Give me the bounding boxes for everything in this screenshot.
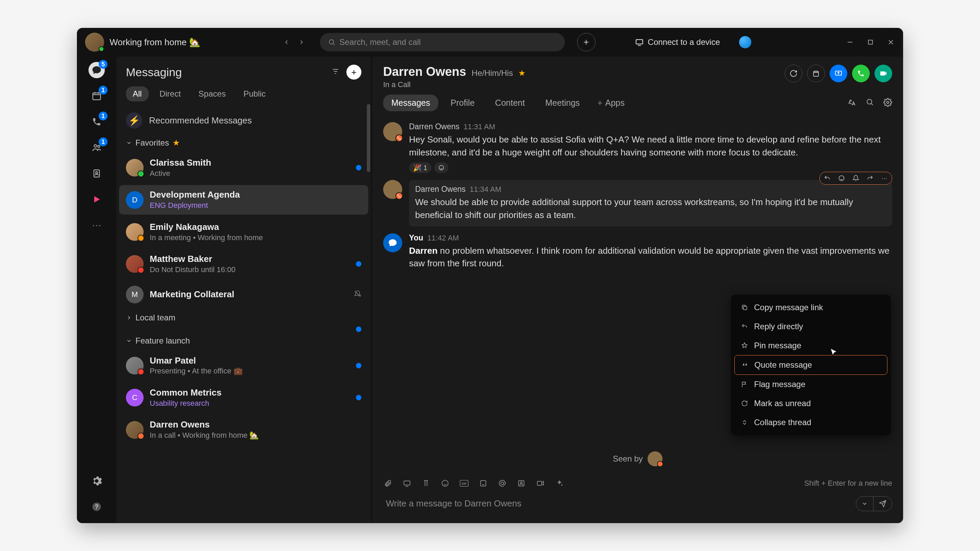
svg-point-13 [887,101,889,103]
rail-chat[interactable]: 5 [89,62,105,78]
chat-tab-messages[interactable]: Messages [383,95,438,111]
conv-matthew[interactable]: Matthew BakerDo Not Disturb until 16:00 [119,249,368,279]
chat-tab-profile[interactable]: Profile [442,95,483,111]
nav-forward-button[interactable] [295,36,308,48]
chat-tab-meetings[interactable]: Meetings [537,95,588,111]
filter-button[interactable] [331,67,340,77]
reaction-button[interactable]: 🎉 1 [409,162,431,173]
rail-help[interactable]: ? [89,499,105,515]
translate-button[interactable] [847,98,856,108]
sticker-button[interactable] [479,478,488,488]
pin-icon [740,341,749,349]
close-button[interactable] [887,38,895,46]
recommended-row[interactable]: ⚡ Recommended Messages [116,107,371,134]
message-avatar-self[interactable] [383,233,402,252]
scrollbar[interactable] [367,104,370,172]
mention-button[interactable] [498,478,507,488]
star-icon[interactable]: ★ [518,68,526,78]
minimize-button[interactable] [846,38,854,46]
conv-darren[interactable]: Darren OwensIn a call • Working from hom… [119,415,368,444]
format-button[interactable] [421,478,431,488]
message-avatar[interactable] [383,180,402,199]
self-avatar[interactable] [85,33,104,52]
svg-rect-16 [743,306,747,310]
add-reaction-button[interactable] [434,162,449,173]
tab-public[interactable]: Public [237,86,272,102]
connect-device-button[interactable]: Connect to a device [635,37,720,47]
composer-input[interactable]: Write a message to Darren Owens [383,492,850,515]
send-button[interactable] [873,497,892,511]
conv-clarissa[interactable]: Clarissa SmithActive [119,153,368,182]
attach-button[interactable] [383,478,393,488]
help-icon: ? [92,502,102,512]
share-screen-button[interactable] [830,65,847,82]
star-icon: ★ [172,138,180,148]
call-badge-icon [395,192,403,200]
ctx-unread[interactable]: Mark as unread [734,394,888,413]
rail-teams[interactable]: 1 [89,140,105,156]
send-options-button[interactable] [856,497,873,511]
tab-spaces[interactable]: Spaces [192,86,232,102]
seen-by-avatar[interactable] [648,451,662,466]
video-call-button[interactable] [875,65,892,82]
rail-calendar[interactable]: 1 [89,88,105,104]
conv-development-agenda[interactable]: D Development AgendaENG Deployment [119,185,368,214]
chat-tab-content[interactable]: Content [487,95,533,111]
ctx-collapse[interactable]: Collapse thread [734,413,888,432]
new-action-button[interactable]: + [577,33,595,51]
gif-button[interactable]: GIF [460,478,469,488]
rail-media[interactable] [89,191,105,208]
rail-teams-badge: 1 [99,137,108,146]
svg-point-18 [442,480,448,486]
quote-icon [741,361,749,369]
chevron-down-icon [126,140,132,146]
tab-all[interactable]: All [126,86,149,102]
unread-dot [356,395,361,400]
message-row: You11:42 AM Darren no problem whatsoever… [383,233,892,270]
video-clip-button[interactable] [536,478,545,488]
rail-chat-badge: 5 [99,60,108,69]
self-status[interactable]: Working from home 🏡 [110,37,200,48]
conv-emily[interactable]: Emily NakagawaIn a meeting • Working fro… [119,218,368,246]
chat-settings-button[interactable] [883,98,892,108]
browser-icon[interactable] [739,36,751,48]
rail-more[interactable]: ⋯ [89,217,105,233]
conv-marketing[interactable]: M Marketing Collateral [119,282,368,308]
maximize-button[interactable] [866,38,875,46]
audio-call-button[interactable] [852,65,870,82]
new-message-button[interactable]: + [347,65,361,79]
ctx-reply[interactable]: Reply directly [734,317,888,336]
section-local-team[interactable]: Local team [126,313,361,322]
copy-icon [740,303,749,311]
conv-umar[interactable]: Umar PatelPresenting • At the office 💼 [119,351,368,380]
ctx-flag[interactable]: Flag message [734,375,888,394]
toolbar-forward-button[interactable] [866,174,874,182]
screen-capture-button[interactable] [402,478,412,488]
rail-settings[interactable] [89,473,105,489]
calendar-button[interactable] [807,65,825,82]
tab-direct[interactable]: Direct [153,86,188,102]
ctx-quote[interactable]: Quote message [734,355,888,375]
search-in-chat-button[interactable] [865,98,874,108]
conv-common-metrics[interactable]: C Common MetricsUsability research [119,383,368,412]
ai-button[interactable] [555,478,564,488]
rail-calls[interactable]: 1 [89,114,105,130]
nav-back-button[interactable] [280,36,293,48]
person-button[interactable] [517,478,526,488]
message-row: Darren Owens11:31 AM Hey Sonali, would y… [383,122,892,173]
ctx-pin[interactable]: Pin message [734,336,888,355]
toolbar-remind-button[interactable] [852,174,860,182]
toolbar-reply-button[interactable] [823,174,831,182]
message-avatar[interactable] [383,122,402,141]
search-input[interactable]: Search, meet, and call [320,33,565,51]
toolbar-more-button[interactable]: ⋯ [880,174,888,182]
refresh-button[interactable] [785,65,802,82]
toolbar-react-button[interactable] [837,174,846,182]
message-highlighted[interactable]: ⋯ Darren Owens11:34 AM We should be able… [409,180,892,226]
rail-contacts[interactable] [89,165,105,182]
chat-tab-apps[interactable]: +Apps [592,95,630,111]
ctx-copy-link[interactable]: Copy message link [734,298,888,317]
emoji-button[interactable] [440,478,450,488]
section-favorites[interactable]: Favorites ★ [126,138,361,148]
section-feature-launch[interactable]: Feature launch [126,336,361,346]
